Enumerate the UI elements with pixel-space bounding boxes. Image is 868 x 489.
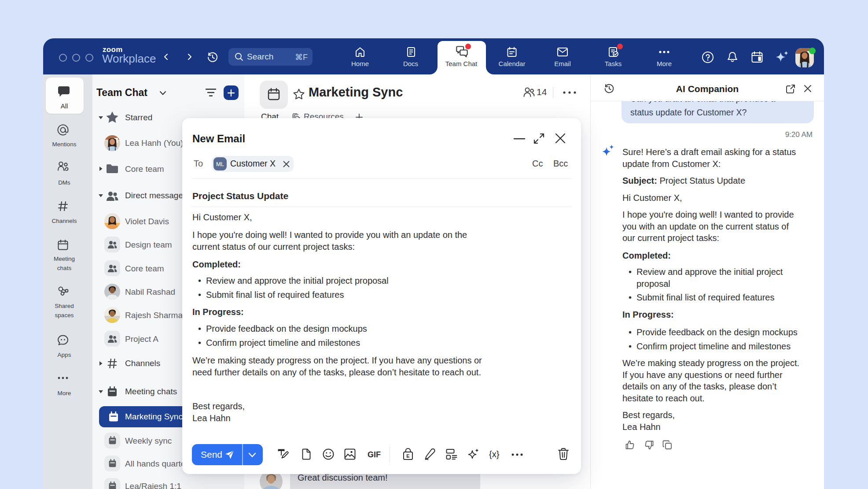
svg-text:E: E (406, 453, 409, 459)
